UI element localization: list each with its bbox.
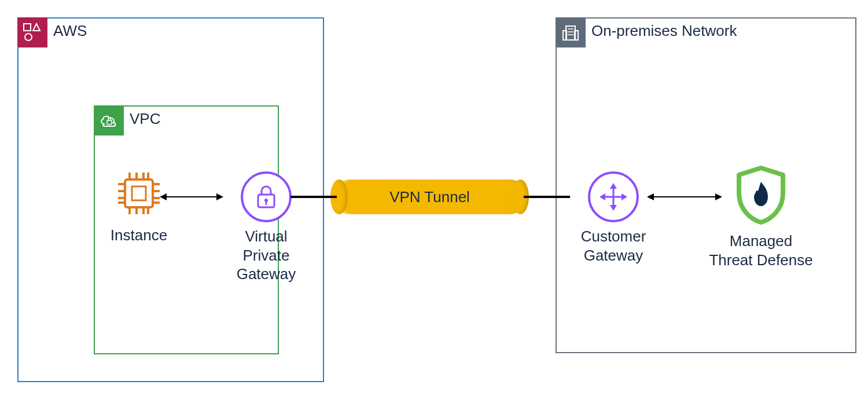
arrow-cgw-mtd xyxy=(647,191,722,203)
svg-marker-42 xyxy=(715,193,722,200)
vpn-tunnel-label: VPN Tunnel xyxy=(333,179,527,214)
shield-flame-icon xyxy=(732,164,790,225)
svg-rect-4 xyxy=(566,26,575,40)
aws-shapes-icon xyxy=(22,22,43,43)
svg-rect-3 xyxy=(107,120,112,124)
onprem-badge xyxy=(556,17,586,47)
svg-rect-11 xyxy=(132,186,146,200)
aws-badge xyxy=(17,17,47,47)
mtd-node: Managed Threat Defense xyxy=(694,164,827,269)
building-icon xyxy=(561,23,580,42)
vpc-label: VPC xyxy=(130,110,160,128)
svg-rect-5 xyxy=(563,31,567,40)
mtd-label: Managed Threat Defense xyxy=(694,232,827,269)
instance-chip-icon xyxy=(113,168,164,219)
svg-rect-6 xyxy=(575,31,578,40)
vpg-node: Virtual Private Gateway xyxy=(220,171,312,284)
vpc-badge xyxy=(94,105,124,135)
svg-marker-38 xyxy=(599,193,605,200)
instance-node: Instance xyxy=(98,168,179,245)
line-tunnel-cgw xyxy=(524,196,570,198)
svg-marker-41 xyxy=(647,193,654,200)
cgw-label: Customer Gateway xyxy=(561,227,665,265)
aws-label: AWS xyxy=(53,22,87,40)
arrow-instance-vpg xyxy=(160,191,223,203)
lock-icon xyxy=(241,171,292,222)
cloud-lock-icon xyxy=(98,112,119,129)
svg-marker-37 xyxy=(610,205,617,211)
instance-label: Instance xyxy=(98,226,179,245)
svg-marker-36 xyxy=(610,183,617,189)
vpg-label: Virtual Private Gateway xyxy=(220,227,312,284)
svg-point-2 xyxy=(25,34,32,41)
line-vpg-tunnel xyxy=(290,196,337,198)
diagram-canvas: AWS VPC On-premises N xyxy=(0,0,868,403)
svg-marker-39 xyxy=(621,193,627,200)
svg-marker-1 xyxy=(33,24,40,31)
svg-marker-32 xyxy=(160,193,167,200)
svg-rect-0 xyxy=(24,24,31,31)
onprem-label: On-premises Network xyxy=(591,22,737,40)
four-arrow-icon xyxy=(588,171,639,222)
svg-marker-33 xyxy=(216,193,223,200)
svg-rect-10 xyxy=(125,179,153,207)
cgw-node: Customer Gateway xyxy=(561,171,665,265)
